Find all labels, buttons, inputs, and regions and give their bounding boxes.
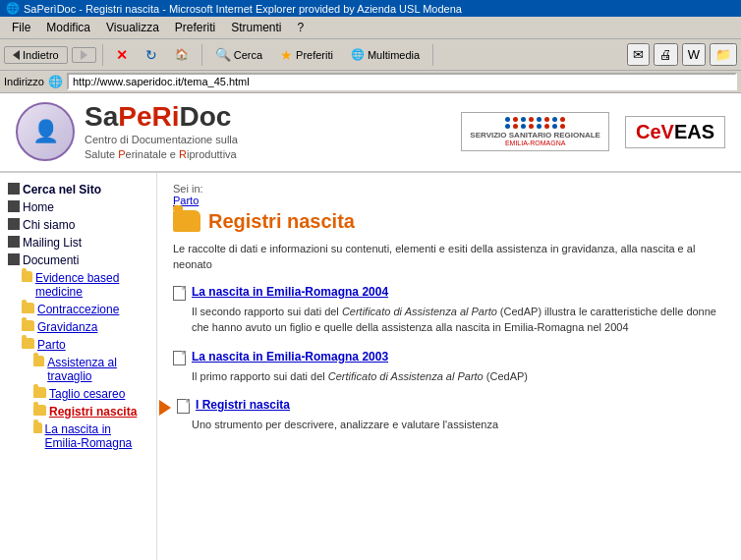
window-title: SaPerìDoc - Registri nascita - Microsoft… — [24, 3, 462, 15]
sidebar-item-mailing[interactable]: Mailing List — [4, 234, 152, 252]
dot — [560, 117, 565, 122]
breadcrumb-link[interactable]: Parto — [173, 195, 199, 206]
sidebar-item-gravidanza[interactable]: Gravidanza — [4, 318, 152, 336]
chisiamo-label: Chi siamo — [23, 218, 75, 232]
parto-label: Parto — [37, 338, 66, 352]
multimedia-button[interactable]: 🌐 Multimedia — [344, 45, 427, 64]
address-label: Indirizzo — [4, 76, 44, 87]
favorites-button[interactable]: ★ Preferiti — [273, 44, 340, 66]
address-bar: Indirizzo 🌐 — [0, 71, 741, 93]
sidebar-item-ebm[interactable]: Evidence based medicine — [4, 269, 152, 301]
nascita-label: La nascita in Emilia-Romagna — [45, 422, 148, 450]
dot — [537, 117, 542, 122]
assistenza-label: Assistenza al travaglio — [47, 356, 148, 383]
item-2-link[interactable]: La nascita in Emilia-Romagna 2003 — [192, 350, 388, 364]
menu-modifica[interactable]: Modifica — [38, 19, 98, 36]
folder-icon — [22, 338, 34, 349]
menu-help[interactable]: ? — [290, 19, 313, 36]
square-icon — [8, 218, 20, 230]
doc-icon-3 — [177, 399, 190, 414]
section-folder-icon — [173, 210, 200, 232]
breadcrumb: Sei in: Parto — [173, 183, 725, 206]
menu-strumenti[interactable]: Strumenti — [223, 19, 289, 36]
cerca-label: Cerca nel Sito — [23, 183, 101, 196]
multimedia-label: Multimedia — [368, 49, 420, 61]
section-title-row: Registri nascita — [173, 210, 725, 233]
back-arrow-icon — [13, 50, 20, 60]
folder-button[interactable]: 📁 — [710, 43, 737, 66]
dot — [552, 124, 557, 129]
ebm-label: Evidence based medicine — [35, 271, 148, 299]
sidebar-item-parto[interactable]: Parto — [4, 336, 152, 354]
folder-icon — [33, 405, 46, 416]
ie-icon: 🌐 — [6, 2, 20, 15]
doc-icon-2 — [173, 351, 186, 365]
menu-bar: File Modifica Visualizza Preferiti Strum… — [0, 17, 741, 39]
header-logos: SERVIZIO SANITARIO REGIONALE EMILIA-ROMA… — [461, 112, 725, 151]
home-button[interactable]: 🏠 — [168, 45, 196, 64]
menu-visualizza[interactable]: Visualizza — [98, 19, 167, 36]
square-icon — [8, 236, 20, 248]
item-2-title-row: La nascita in Emilia-Romagna 2003 — [173, 350, 725, 365]
title-bar: 🌐 SaPerìDoc - Registri nascita - Microso… — [0, 0, 741, 17]
sidebar-item-contraccezione[interactable]: Contraccezione — [4, 301, 152, 318]
dot — [537, 124, 542, 129]
star-icon: ★ — [280, 47, 293, 63]
stop-icon: ✕ — [116, 47, 128, 63]
item-3-link[interactable]: I Registri nascita — [196, 398, 290, 412]
sidebar-item-taglio[interactable]: Taglio cesareo — [4, 385, 152, 403]
sidebar-item-nascita[interactable]: La nascita in Emilia-Romagna — [4, 420, 152, 452]
content-item-1: La nascita in Emilia-Romagna 2004 Il sec… — [173, 285, 725, 336]
item-1-link[interactable]: La nascita in Emilia-Romagna 2004 — [192, 285, 388, 299]
main-layout: Cerca nel Sito Home Chi siamo Mailing Li… — [0, 173, 741, 560]
sidebar-item-home[interactable]: Home — [4, 198, 152, 216]
home-icon: 🏠 — [175, 48, 189, 61]
item-3-title-row: I Registri nascita — [173, 398, 725, 414]
print-button[interactable]: 🖨 — [654, 43, 678, 66]
content-area: Sei in: Parto Registri nascita Le raccol… — [157, 173, 741, 560]
search-icon: 🔍 — [215, 47, 231, 62]
refresh-button[interactable]: ↻ — [139, 44, 164, 66]
back-button[interactable]: Indietro — [4, 46, 68, 64]
taglio-label: Taglio cesareo — [49, 387, 125, 401]
folder-icon — [33, 356, 44, 366]
stop-button[interactable]: ✕ — [109, 44, 135, 66]
section-description: Le raccolte di dati e informazioni su co… — [173, 241, 725, 273]
folder-icon — [22, 320, 34, 331]
sidebar-item-documenti[interactable]: Documenti — [4, 252, 152, 269]
address-input[interactable] — [67, 73, 737, 90]
menu-file[interactable]: File — [4, 19, 38, 36]
dot — [552, 117, 557, 122]
ssr-logo: SERVIZIO SANITARIO REGIONALE EMILIA-ROMA… — [461, 112, 609, 151]
logo-circle-icon: 👤 — [16, 102, 75, 161]
contraccezione-label: Contraccezione — [37, 303, 119, 316]
item-2-desc: Il primo rapporto sui dati del Certifica… — [192, 368, 725, 385]
folder-icon — [22, 303, 34, 313]
sei-in-label: Sei in: — [173, 183, 203, 195]
sidebar-item-cerca[interactable]: Cerca nel Sito — [4, 181, 152, 198]
word-button[interactable]: W — [682, 43, 706, 66]
home-label: Home — [23, 200, 54, 214]
gravidanza-label: Gravidanza — [37, 320, 97, 334]
search-button[interactable]: 🔍 Cerca — [208, 44, 269, 65]
ssr-region: EMILIA-ROMAGNA — [505, 140, 565, 146]
menu-preferiti[interactable]: Preferiti — [167, 19, 223, 36]
dot — [505, 117, 510, 122]
page-icon: 🌐 — [48, 75, 63, 88]
sidebar: Cerca nel Sito Home Chi siamo Mailing Li… — [0, 173, 157, 560]
face-icon: 👤 — [32, 119, 59, 144]
mail-button[interactable]: ✉ — [627, 43, 650, 66]
folder-icon — [33, 422, 42, 433]
dot — [544, 124, 549, 129]
square-icon — [8, 200, 20, 212]
sidebar-item-assistenza[interactable]: Assistenza al travaglio — [4, 354, 152, 385]
favorites-label: Preferiti — [296, 49, 333, 61]
forward-button[interactable] — [72, 47, 96, 63]
toolbar-separator-2 — [201, 44, 202, 66]
item-3-desc: Uno strumento per descrivere, analizzare… — [192, 417, 725, 433]
registri-label: Registri nascita — [49, 405, 137, 419]
ssr-dots — [505, 117, 566, 129]
sidebar-item-chisiamo[interactable]: Chi siamo — [4, 216, 152, 234]
sidebar-item-registri[interactable]: Registri nascita — [4, 403, 152, 420]
logo-area: 👤 SaPeRiDoc Centro di Documentazione sul… — [16, 101, 461, 163]
